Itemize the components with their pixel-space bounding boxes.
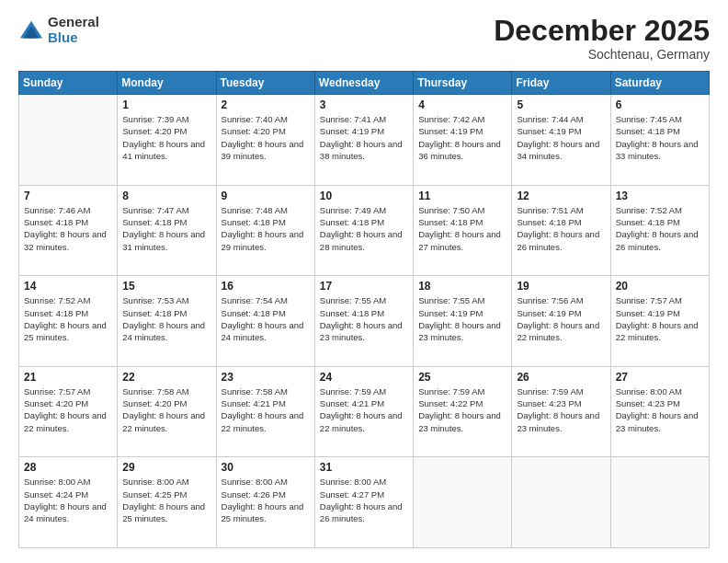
calendar-cell-w4-d3: 31Sunrise: 8:00 AMSunset: 4:27 PMDayligh… (314, 457, 413, 548)
calendar-cell-w2-d6: 20Sunrise: 7:57 AMSunset: 4:19 PMDayligh… (610, 276, 709, 367)
calendar-cell-w4-d0: 28Sunrise: 8:00 AMSunset: 4:24 PMDayligh… (19, 457, 118, 548)
calendar-cell-w3-d0: 21Sunrise: 7:57 AMSunset: 4:20 PMDayligh… (19, 366, 118, 457)
day-info: Sunrise: 7:46 AMSunset: 4:18 PMDaylight:… (24, 204, 112, 253)
day-info: Sunrise: 7:54 AMSunset: 4:18 PMDaylight:… (222, 294, 310, 343)
day-info: Sunrise: 7:58 AMSunset: 4:20 PMDaylight:… (122, 385, 210, 434)
logo-text: General Blue (48, 15, 99, 45)
day-number: 25 (418, 371, 506, 384)
day-number: 22 (122, 371, 210, 384)
calendar-cell-w3-d6: 27Sunrise: 8:00 AMSunset: 4:23 PMDayligh… (610, 366, 709, 457)
svg-rect-2 (28, 30, 34, 37)
day-number: 28 (24, 461, 112, 474)
day-number: 10 (320, 190, 408, 202)
calendar-cell-w2-d2: 16Sunrise: 7:54 AMSunset: 4:18 PMDayligh… (216, 276, 314, 367)
day-number: 31 (320, 461, 408, 474)
day-info: Sunrise: 7:52 AMSunset: 4:18 PMDaylight:… (24, 294, 112, 343)
header-tuesday: Tuesday (216, 72, 314, 95)
day-info: Sunrise: 7:40 AMSunset: 4:20 PMDaylight:… (222, 113, 310, 162)
calendar-cell-w1-d2: 9Sunrise: 7:48 AMSunset: 4:18 PMDaylight… (216, 185, 314, 276)
calendar-cell-w1-d4: 11Sunrise: 7:50 AMSunset: 4:18 PMDayligh… (414, 185, 512, 276)
day-number: 27 (616, 371, 704, 384)
day-number: 23 (222, 371, 310, 384)
calendar-cell-w3-d3: 24Sunrise: 7:59 AMSunset: 4:21 PMDayligh… (314, 366, 413, 457)
day-info: Sunrise: 7:44 AMSunset: 4:19 PMDaylight:… (517, 113, 605, 162)
day-info: Sunrise: 7:49 AMSunset: 4:18 PMDaylight:… (320, 204, 408, 253)
calendar-cell-w1-d6: 13Sunrise: 7:52 AMSunset: 4:18 PMDayligh… (610, 185, 709, 276)
calendar-cell-w0-d2: 2Sunrise: 7:40 AMSunset: 4:20 PMDaylight… (216, 95, 314, 186)
day-info: Sunrise: 7:41 AMSunset: 4:19 PMDaylight:… (320, 113, 408, 162)
day-number: 24 (320, 371, 408, 384)
day-info: Sunrise: 7:39 AMSunset: 4:20 PMDaylight:… (122, 113, 210, 162)
day-info: Sunrise: 7:59 AMSunset: 4:21 PMDaylight:… (320, 385, 408, 434)
logo-icon (18, 17, 44, 43)
logo-blue-text: Blue (48, 30, 99, 46)
day-number: 19 (517, 280, 605, 293)
header-saturday: Saturday (610, 72, 709, 95)
page: General Blue December 2025 Sochtenau, Ge… (0, 0, 728, 563)
day-number: 2 (222, 98, 310, 111)
day-number: 16 (222, 280, 310, 293)
calendar-week-3: 21Sunrise: 7:57 AMSunset: 4:20 PMDayligh… (19, 366, 710, 457)
calendar-header-row: Sunday Monday Tuesday Wednesday Thursday… (19, 72, 710, 95)
day-number: 7 (24, 190, 112, 202)
calendar-cell-w4-d1: 29Sunrise: 8:00 AMSunset: 4:25 PMDayligh… (118, 457, 216, 548)
calendar-cell-w4-d5 (512, 457, 610, 548)
day-info: Sunrise: 8:00 AMSunset: 4:24 PMDaylight:… (24, 476, 112, 524)
header-friday: Friday (512, 72, 610, 95)
day-info: Sunrise: 7:47 AMSunset: 4:18 PMDaylight:… (122, 204, 210, 253)
calendar-cell-w2-d1: 15Sunrise: 7:53 AMSunset: 4:18 PMDayligh… (118, 276, 216, 367)
calendar-cell-w4-d4 (414, 457, 512, 548)
day-number: 26 (517, 371, 605, 384)
calendar-cell-w1-d0: 7Sunrise: 7:46 AMSunset: 4:18 PMDaylight… (19, 185, 118, 276)
day-info: Sunrise: 7:45 AMSunset: 4:18 PMDaylight:… (616, 113, 704, 162)
day-info: Sunrise: 7:52 AMSunset: 4:18 PMDaylight:… (616, 204, 704, 253)
calendar-cell-w2-d5: 19Sunrise: 7:56 AMSunset: 4:19 PMDayligh… (512, 276, 610, 367)
calendar-cell-w3-d5: 26Sunrise: 7:59 AMSunset: 4:23 PMDayligh… (512, 366, 610, 457)
calendar-cell-w0-d4: 4Sunrise: 7:42 AMSunset: 4:19 PMDaylight… (414, 95, 512, 186)
calendar-cell-w2-d4: 18Sunrise: 7:55 AMSunset: 4:19 PMDayligh… (414, 276, 512, 367)
day-info: Sunrise: 7:59 AMSunset: 4:22 PMDaylight:… (418, 385, 506, 434)
day-info: Sunrise: 7:48 AMSunset: 4:18 PMDaylight:… (222, 204, 310, 253)
header-wednesday: Wednesday (314, 72, 413, 95)
day-info: Sunrise: 7:42 AMSunset: 4:19 PMDaylight:… (418, 113, 506, 162)
day-info: Sunrise: 7:59 AMSunset: 4:23 PMDaylight:… (517, 385, 605, 434)
header-monday: Monday (118, 72, 216, 95)
calendar-cell-w3-d4: 25Sunrise: 7:59 AMSunset: 4:22 PMDayligh… (414, 366, 512, 457)
calendar-cell-w0-d3: 3Sunrise: 7:41 AMSunset: 4:19 PMDaylight… (314, 95, 413, 186)
calendar-cell-w1-d3: 10Sunrise: 7:49 AMSunset: 4:18 PMDayligh… (314, 185, 413, 276)
day-info: Sunrise: 8:00 AMSunset: 4:27 PMDaylight:… (320, 476, 408, 524)
day-info: Sunrise: 7:50 AMSunset: 4:18 PMDaylight:… (418, 204, 506, 253)
calendar-week-1: 7Sunrise: 7:46 AMSunset: 4:18 PMDaylight… (19, 185, 710, 276)
title-block: December 2025 Sochtenau, Germany (494, 15, 710, 62)
header-sunday: Sunday (19, 72, 118, 95)
day-number: 21 (24, 371, 112, 384)
day-number: 1 (122, 98, 210, 111)
logo: General Blue (18, 15, 99, 45)
calendar-cell-w3-d1: 22Sunrise: 7:58 AMSunset: 4:20 PMDayligh… (118, 366, 216, 457)
day-info: Sunrise: 7:53 AMSunset: 4:18 PMDaylight:… (122, 294, 210, 343)
header: General Blue December 2025 Sochtenau, Ge… (18, 15, 710, 62)
calendar-cell-w2-d3: 17Sunrise: 7:55 AMSunset: 4:18 PMDayligh… (314, 276, 413, 367)
logo-general-text: General (48, 15, 99, 30)
day-number: 6 (616, 98, 704, 111)
location-subtitle: Sochtenau, Germany (494, 47, 710, 62)
day-info: Sunrise: 7:56 AMSunset: 4:19 PMDaylight:… (517, 294, 605, 343)
day-number: 18 (418, 280, 506, 293)
month-title: December 2025 (494, 15, 710, 47)
day-number: 15 (122, 280, 210, 293)
day-number: 14 (24, 280, 112, 293)
day-number: 20 (616, 280, 704, 293)
calendar-cell-w2-d0: 14Sunrise: 7:52 AMSunset: 4:18 PMDayligh… (19, 276, 118, 367)
day-number: 29 (122, 461, 210, 474)
calendar-cell-w0-d5: 5Sunrise: 7:44 AMSunset: 4:19 PMDaylight… (512, 95, 610, 186)
day-number: 12 (517, 190, 605, 202)
day-info: Sunrise: 7:57 AMSunset: 4:19 PMDaylight:… (616, 294, 704, 343)
calendar-cell-w4-d6 (610, 457, 709, 548)
day-number: 11 (418, 190, 506, 202)
day-number: 4 (418, 98, 506, 111)
calendar-cell-w0-d1: 1Sunrise: 7:39 AMSunset: 4:20 PMDaylight… (118, 95, 216, 186)
day-number: 30 (222, 461, 310, 474)
calendar-cell-w1-d1: 8Sunrise: 7:47 AMSunset: 4:18 PMDaylight… (118, 185, 216, 276)
calendar-cell-w1-d5: 12Sunrise: 7:51 AMSunset: 4:18 PMDayligh… (512, 185, 610, 276)
day-info: Sunrise: 8:00 AMSunset: 4:25 PMDaylight:… (122, 476, 210, 524)
